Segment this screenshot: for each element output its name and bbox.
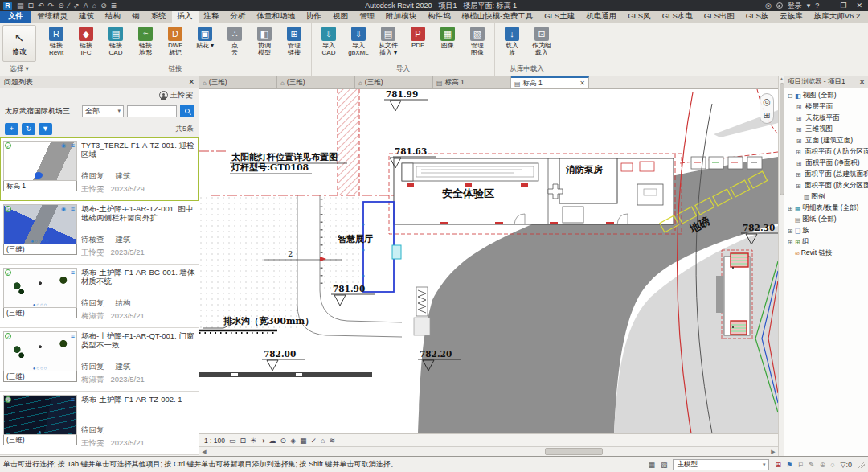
issue-thumbnail[interactable]: ✓ ≡ ●○○○ <box>3 331 77 371</box>
ribbon-tab[interactable]: 钢 <box>126 11 145 23</box>
ribbon-button[interactable]: ▣贴花 ▾ <box>190 25 219 49</box>
view-control-icon[interactable]: ◈ <box>290 437 296 445</box>
ribbon-tab[interactable]: 族库大师V6.2 <box>809 11 866 23</box>
issue-panel-close-icon[interactable]: ✕ <box>188 78 194 86</box>
issue-card[interactable]: ✓ ≡ ●○○○ (三维) 场布-土护降-F1-AR-BG-001. 墙体材质不… <box>0 265 199 328</box>
nav-tool-icon[interactable]: ⊞ <box>763 110 770 121</box>
ribbon-tab[interactable]: 橄榄山快模-免费工具 <box>457 11 539 23</box>
ribbon-tab[interactable]: GLS风 <box>622 11 657 23</box>
qat-tool-icon[interactable]: ↶ <box>38 2 44 10</box>
issue-thumbnail[interactable]: ✓ ◉ ≡ ●○○○○ <box>3 204 77 244</box>
view-control-icon[interactable]: ▭ <box>229 437 236 445</box>
ribbon-button[interactable]: ≈链接 地形 <box>131 25 160 56</box>
expand-icon[interactable]: ⊞ <box>796 160 802 167</box>
view-control-icon[interactable]: ◑ <box>260 437 264 445</box>
expand-icon[interactable]: ⊞ <box>787 228 793 235</box>
ribbon-button[interactable]: ⇩导入 CAD <box>314 25 343 56</box>
ribbon-button[interactable]: ▦图像 <box>433 25 462 49</box>
issue-card[interactable]: ✓ ≡ ● (三维) 场布-土护降-F1-AR-TZ-002. 1 待回复 王怜… <box>0 392 199 455</box>
ribbon-tab[interactable]: 分析 <box>225 11 252 23</box>
view-control-icon[interactable]: ▦ <box>300 437 307 445</box>
ribbon-tab[interactable]: 机电通用 <box>580 11 622 23</box>
scale-control[interactable]: 1 : 100 <box>204 437 225 445</box>
view-tab[interactable]: 标高 1✕ <box>511 76 589 88</box>
tree-item[interactable]: ⊞ 面积平面 (人防分区面积) <box>784 146 868 158</box>
scroll-thumb[interactable] <box>780 83 784 195</box>
expand-icon[interactable]: ⊞ <box>796 104 802 111</box>
qat-tool-icon[interactable]: A <box>84 2 88 10</box>
view-control-icon[interactable]: ☀ <box>250 437 256 445</box>
issue-thumbnail[interactable]: ✓ ≡ ●○○○ <box>3 268 77 308</box>
qat-tool-icon[interactable]: ⇗ <box>73 2 80 10</box>
vertical-scrollbar[interactable]: ▲ <box>778 76 784 456</box>
view-tab[interactable]: (三维) <box>277 76 355 88</box>
design-option-select[interactable]: 主模型▾ <box>673 459 769 470</box>
help-icon[interactable]: ? <box>815 2 819 10</box>
tree-item[interactable]: ⊞ 面积平面 (总建筑面积) <box>784 169 868 180</box>
exchange-apps-icon[interactable]: ▾ <box>807 2 811 10</box>
menu-icon[interactable]: ≡ <box>71 332 75 340</box>
signin-button[interactable]: 登录 <box>788 1 802 11</box>
tree-item[interactable]: ⊞ 三维视图 <box>784 124 868 135</box>
revit-logo-icon[interactable]: R <box>3 2 12 10</box>
ribbon-tab[interactable]: 视图 <box>327 11 354 23</box>
view-tab[interactable]: (三维) <box>355 76 433 88</box>
qat-tool-icon[interactable]: ⊟ <box>28 2 35 10</box>
ribbon-button[interactable]: ↓载入 族 <box>497 25 526 56</box>
scroll-left-icon[interactable]: ◀ <box>199 449 209 455</box>
menu-icon[interactable]: ≡ <box>71 269 75 277</box>
tree-item[interactable]: ▥ 图例 <box>784 191 868 203</box>
ribbon-button[interactable]: ▤从文件 插入 ▾ <box>374 25 403 56</box>
minimize-button[interactable]: – <box>824 2 833 10</box>
issue-tool-button[interactable]: ↻ <box>22 123 35 135</box>
ribbon-button[interactable]: ∴点 云 <box>220 25 249 56</box>
ribbon-tab[interactable]: GLS水电 <box>657 11 698 23</box>
issue-tool-button[interactable]: ▼ <box>39 123 52 135</box>
account-icon[interactable] <box>776 2 783 9</box>
issue-thumbnail[interactable]: ✓ ≡ ● <box>3 395 77 435</box>
ribbon-button[interactable]: ⊡作为组 载入 <box>527 25 556 56</box>
model-canvas[interactable]: 太阳能灯杆位置详见布置图 灯杆型号:GT0108 安全体验区 消防泵房 智慧展厅… <box>199 89 778 433</box>
ribbon-button[interactable]: ◧协调 模型 <box>250 25 279 56</box>
expand-icon[interactable]: ⊞ <box>796 183 801 190</box>
ribbon-tab[interactable]: GLS出图 <box>698 11 740 23</box>
ribbon-tab[interactable]: 管理 <box>354 11 380 23</box>
ribbon-tab[interactable]: 文件 <box>0 11 31 23</box>
ribbon-tab[interactable]: GLS族 <box>740 11 775 23</box>
expand-icon[interactable]: ⊞ <box>787 239 793 246</box>
tree-item[interactable]: ⊞ 面积平面 (净面积) <box>784 158 868 169</box>
selection-toggle-icon[interactable]: ⊕ <box>820 461 826 469</box>
qat-tool-icon[interactable]: ⊜ <box>58 2 64 10</box>
nav-tool-icon[interactable]: ◎ <box>763 96 771 107</box>
view-control-icon[interactable]: ⊡ <box>240 437 247 445</box>
selection-toggle-icon[interactable]: ⚑ <box>786 461 792 469</box>
ribbon-tab[interactable]: 注释 <box>199 11 225 23</box>
restore-button[interactable]: ❐ <box>837 2 849 10</box>
tree-item[interactable]: ⊟ ◧ 视图 (全部) <box>784 90 868 101</box>
ribbon-button[interactable]: R链接 Revit <box>42 25 71 56</box>
expand-icon[interactable]: ⊞ <box>796 126 802 133</box>
selection-toggle-icon[interactable]: ◌ <box>830 461 834 469</box>
search-icon[interactable]: ◎ <box>765 2 772 10</box>
view-tab[interactable]: (三维) <box>199 76 277 88</box>
tree-item[interactable]: ∞ Revit 链接 <box>784 248 868 259</box>
tree-item[interactable]: ⊞ ⊞ 组 <box>784 236 868 248</box>
tree-item[interactable]: ▤ 图纸 (全部) <box>784 214 868 225</box>
expand-icon[interactable]: ⊞ <box>796 171 801 179</box>
issue-tool-button[interactable]: + <box>5 123 18 135</box>
ribbon-tab[interactable]: 云族库 <box>774 11 809 23</box>
tree-item[interactable]: ⊞ ❑ 族 <box>784 225 868 236</box>
ribbon-tab[interactable]: 系统 <box>145 11 172 23</box>
design-options-icon[interactable]: ▧ <box>661 461 668 469</box>
tree-item[interactable]: ⊞ ▦ 明细表/数量 (全部) <box>784 203 868 214</box>
tree-item[interactable]: ⊞ 立面 (建筑立面) <box>784 135 868 146</box>
scroll-thumb[interactable] <box>545 448 603 455</box>
selection-toggle-icon[interactable]: ⚐ <box>797 461 804 469</box>
project-browser-close-icon[interactable]: ✕ <box>859 78 865 86</box>
issue-card[interactable]: ✓ ◉ ≡ ●○○○○ (三维) 场布-土护降-F1-AR-TZ-001. 图中… <box>0 201 199 265</box>
qat-tool-icon[interactable]: ∕ <box>68 2 70 10</box>
view-control-icon[interactable]: ☁ <box>269 437 276 445</box>
ribbon-tab[interactable]: 管综精灵 <box>31 11 73 23</box>
view-control-icon[interactable]: ≋ <box>330 437 336 445</box>
expand-icon[interactable]: ⊞ <box>796 149 801 156</box>
